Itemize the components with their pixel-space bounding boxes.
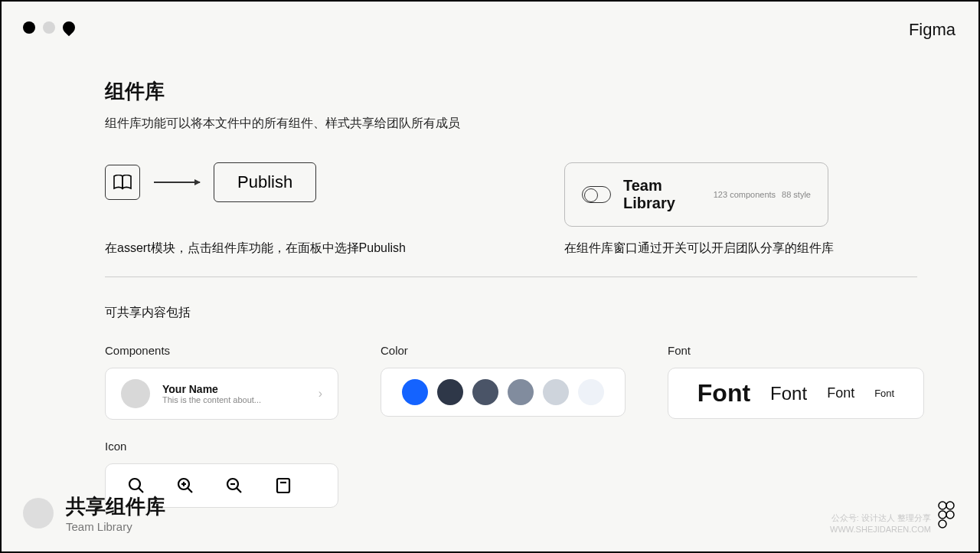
team-library-label: Team Library — [623, 177, 701, 212]
swatch-5[interactable] — [543, 379, 569, 405]
svg-line-7 — [237, 488, 241, 492]
divider — [105, 276, 917, 277]
avatar-placeholder — [121, 379, 150, 408]
library-icon-box[interactable] — [105, 165, 140, 200]
color-label: Color — [381, 344, 626, 357]
watermark: 公众号: 设计达人 整理分享 WWW.SHEJIDAREN.COM — [830, 512, 931, 535]
footer-sub: Team Library — [66, 520, 165, 533]
stats-components: 123 components — [714, 190, 776, 199]
publish-caption: 在assert模块，点击组件库功能，在面板中选择Pubulish — [105, 241, 564, 257]
svg-point-13 — [939, 511, 946, 519]
swatch-1[interactable] — [402, 379, 428, 405]
stats-style: 88 style — [782, 190, 811, 199]
component-example-card[interactable]: Your Name This is the content about... › — [105, 368, 338, 420]
svg-point-11 — [939, 502, 946, 509]
shareable-heading: 可共享内容包括 — [105, 305, 917, 321]
swatch-6[interactable] — [578, 379, 604, 405]
font-sample-1: Font — [697, 379, 750, 407]
swatch-3[interactable] — [472, 379, 498, 405]
arrow-right-icon — [154, 182, 200, 183]
brand-label: Figma — [909, 20, 956, 40]
watermark-l1: 公众号: 设计达人 整理分享 — [830, 512, 931, 523]
team-library-toggle[interactable] — [582, 186, 611, 203]
zoom-out-icon[interactable] — [225, 476, 243, 495]
zoom-in-icon[interactable] — [176, 476, 194, 495]
leaf-icon — [60, 19, 78, 37]
footer-avatar — [23, 498, 54, 528]
publish-button[interactable]: Publish — [214, 162, 316, 202]
search-icon[interactable] — [127, 476, 145, 495]
svg-point-12 — [946, 502, 954, 509]
svg-line-3 — [188, 488, 192, 492]
svg-rect-9 — [277, 479, 289, 492]
publish-flow: Publish — [105, 162, 564, 202]
color-swatches-card — [381, 368, 626, 417]
font-sample-3: Font — [827, 385, 854, 401]
figma-logo-icon — [937, 501, 956, 528]
icon-label: Icon — [105, 440, 338, 453]
svg-point-14 — [946, 511, 954, 519]
font-sample-4: Font — [874, 388, 894, 399]
swatch-4[interactable] — [508, 379, 534, 405]
window-dots — [23, 21, 75, 34]
watermark-l2: WWW.SHEJIDAREN.COM — [830, 524, 931, 535]
dot-1 — [23, 21, 35, 34]
component-name: Your Name — [162, 383, 306, 395]
svg-line-1 — [139, 488, 143, 492]
document-icon[interactable] — [274, 476, 292, 495]
team-library-stats: 123 components 88 style — [714, 190, 811, 199]
svg-point-0 — [129, 479, 140, 489]
component-sub: This is the content about... — [162, 395, 306, 404]
dot-2 — [43, 21, 55, 34]
swatch-2[interactable] — [437, 379, 463, 405]
components-label: Components — [105, 344, 338, 357]
book-icon — [113, 175, 132, 190]
font-samples-card: Font Font Font Font — [668, 368, 924, 419]
team-library-card: Team Library 123 components 88 style — [564, 162, 828, 227]
font-label: Font — [668, 344, 924, 357]
page-title: 组件库 — [105, 78, 917, 105]
team-caption: 在组件库窗口通过开关可以开启团队分享的组件库 — [564, 241, 834, 257]
footer: 共享组件库 Team Library — [23, 493, 165, 533]
svg-point-15 — [939, 520, 946, 528]
page-subtitle: 组件库功能可以将本文件中的所有组件、样式共享给团队所有成员 — [105, 116, 917, 132]
font-sample-2: Font — [770, 383, 807, 404]
footer-title: 共享组件库 — [66, 493, 165, 520]
chevron-right-icon: › — [318, 387, 322, 401]
